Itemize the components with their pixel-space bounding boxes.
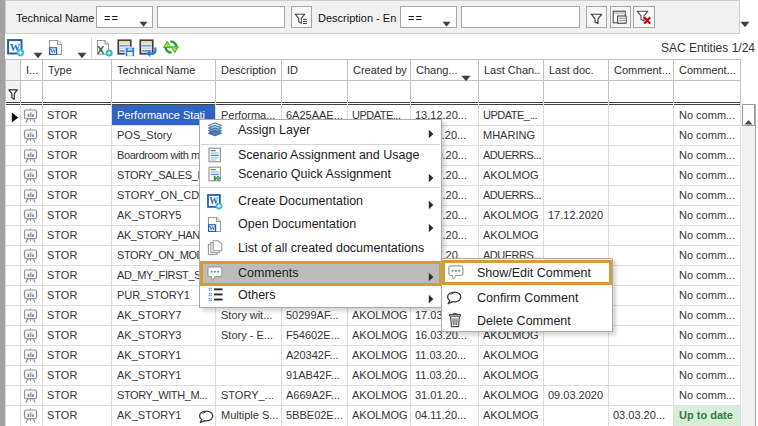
svg-text:W: W — [209, 224, 216, 231]
svg-text:X: X — [97, 44, 105, 56]
svg-text:W: W — [50, 47, 57, 54]
